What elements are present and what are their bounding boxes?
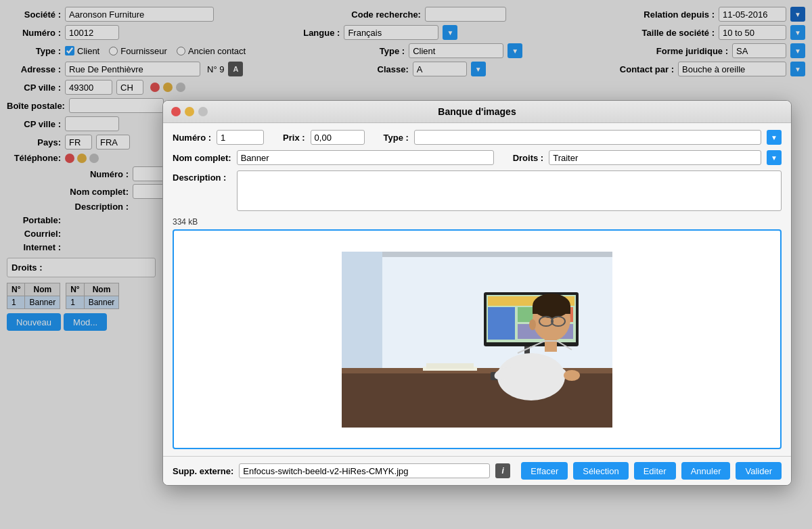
modal-nom-complet-label: Nom complet: (173, 153, 231, 163)
modal-traffic-lights (171, 107, 208, 116)
preview-image (342, 252, 612, 428)
image-preview-box (173, 229, 782, 449)
supp-externe-input[interactable] (239, 463, 490, 478)
modal-footer-right: Annuler Valider (681, 462, 782, 480)
modal-row-2: Nom complet: Droits : ▼ (173, 150, 782, 165)
modal-type-dropdown[interactable]: ▼ (767, 130, 782, 145)
modal-type-input[interactable] (414, 130, 761, 145)
modal-body: Numéro : Prix : Type : ▼ Nom complet: Dr… (163, 123, 791, 456)
modal-numero-label: Numéro : (173, 133, 211, 143)
info-icon: i (495, 463, 510, 478)
svg-rect-2 (382, 252, 612, 257)
modal-droits-input[interactable] (549, 150, 761, 165)
modal-droits-dropdown[interactable]: ▼ (767, 150, 782, 165)
modal-nom-complet-input[interactable] (237, 150, 494, 165)
file-size-text: 334 kB (173, 217, 198, 227)
selection-button[interactable]: Sélection (573, 462, 628, 480)
modal-row-1: Numéro : Prix : Type : ▼ (173, 130, 782, 145)
svg-point-26 (529, 319, 536, 330)
annuler-button[interactable]: Annuler (681, 462, 731, 480)
modal-description-textarea[interactable] (237, 170, 782, 211)
modal-footer: Supp. externe: i Effacer Sélection Edite… (163, 456, 791, 485)
file-size-container: 334 kB (173, 216, 782, 227)
svg-point-28 (564, 370, 580, 381)
effacer-button[interactable]: Effacer (521, 462, 568, 480)
editer-button[interactable]: Editer (634, 462, 676, 480)
svg-rect-10 (488, 307, 515, 340)
modal-dot-red[interactable] (171, 107, 181, 116)
modal-dialog: Banque d'images Numéro : Prix : Type : ▼… (162, 100, 792, 486)
modal-description-label: Description : (173, 172, 226, 183)
svg-rect-16 (426, 363, 474, 369)
modal-type-label: Type : (384, 133, 409, 143)
valider-button[interactable]: Valider (736, 462, 782, 480)
modal-dot-yellow[interactable] (185, 107, 194, 116)
modal-prix-input[interactable] (311, 130, 365, 145)
modal-title: Banque d'images (171, 106, 783, 117)
modal-numero-input[interactable] (217, 130, 264, 145)
modal-row-3: Description : (173, 170, 782, 211)
supp-externe-label: Supp. externe: (173, 466, 233, 476)
modal-droits-label: Droits : (513, 153, 544, 163)
modal-dot-gray[interactable] (198, 107, 208, 116)
modal-titlebar: Banque d'images (163, 101, 791, 123)
svg-rect-22 (533, 306, 570, 314)
modal-prix-label: Prix : (283, 133, 305, 143)
